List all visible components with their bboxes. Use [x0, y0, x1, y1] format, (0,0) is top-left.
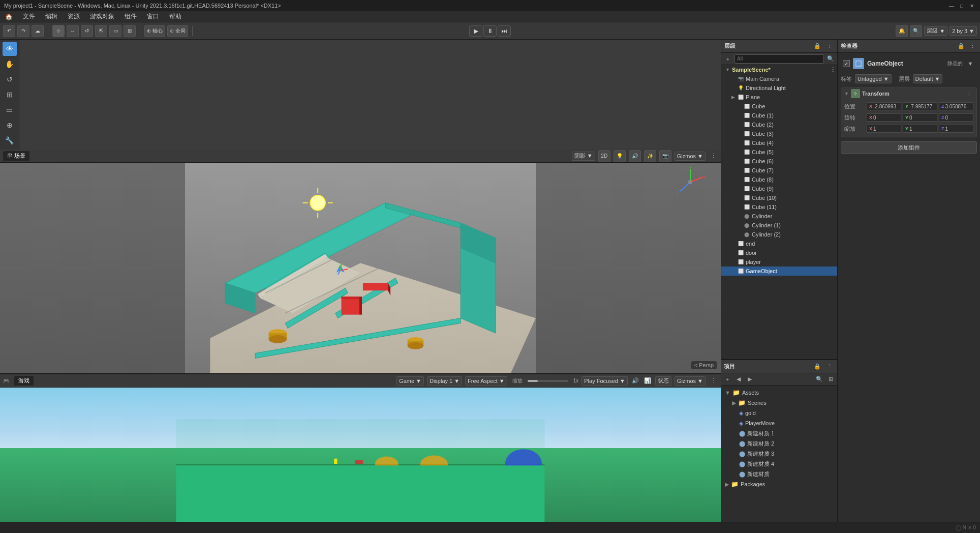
- project-add-btn[interactable]: +: [723, 375, 732, 384]
- left-custom-icon[interactable]: 🔧: [3, 133, 17, 147]
- hierarchy-dir-light[interactable]: 💡 Directional Light: [721, 83, 837, 93]
- toolbar-layout-dropdown[interactable]: 2 by 3▼: [950, 26, 977, 36]
- step-button[interactable]: ⏭: [498, 25, 511, 37]
- left-rotate-icon[interactable]: ↺: [3, 72, 17, 86]
- hierarchy-main-camera[interactable]: 📷 Main Camera: [721, 74, 837, 83]
- project-packages-folder[interactable]: ▶ 📁 Packages: [723, 479, 835, 489]
- scale-x-value[interactable]: X 1: [867, 125, 901, 133]
- hierarchy-more-btn[interactable]: ⋮: [825, 42, 834, 51]
- game-scale-slider[interactable]: [528, 380, 568, 382]
- scene-effects-btn[interactable]: ✨: [644, 150, 656, 162]
- menu-item-help[interactable]: 帮助: [167, 11, 183, 22]
- hierarchy-player[interactable]: ⬜ player: [721, 257, 837, 266]
- toolbar-undo[interactable]: ↶: [3, 25, 15, 37]
- hierarchy-lock-btn[interactable]: 🔒: [813, 42, 822, 51]
- inspector-active-checkbox[interactable]: ✓: [843, 60, 850, 67]
- scene-2d-btn[interactable]: 2D: [598, 150, 610, 162]
- hierarchy-scene-more[interactable]: ⋮: [828, 65, 837, 74]
- game-tab[interactable]: 游戏: [14, 376, 34, 386]
- toolbar-pivot[interactable]: ⊕ 轴心: [144, 25, 165, 37]
- toolbar-cloud2[interactable]: 🔍: [910, 25, 922, 37]
- project-mat-default[interactable]: ⬤ 新建材质: [723, 469, 835, 479]
- hierarchy-end[interactable]: ⬜ end: [721, 239, 837, 248]
- project-mat1[interactable]: ⬤ 新建材质 1: [723, 428, 835, 438]
- toolbar-rect-t[interactable]: ▭: [109, 25, 121, 37]
- hierarchy-cube[interactable]: ⬜ Cube: [721, 102, 837, 111]
- toolbar-rotate-e[interactable]: ↺: [81, 25, 93, 37]
- toolbar-move-q[interactable]: ⊹: [52, 25, 65, 37]
- transform-more-btn[interactable]: ⋮: [964, 89, 973, 98]
- toolbar-collab[interactable]: 🔔: [896, 25, 908, 37]
- play-button[interactable]: ▶: [469, 25, 482, 37]
- scene-camera-btn[interactable]: 📷: [659, 150, 671, 162]
- rotation-z-value[interactable]: Z 0: [939, 113, 973, 122]
- project-lock-btn[interactable]: 🔒: [813, 362, 822, 371]
- project-forward-btn[interactable]: ▶: [745, 375, 754, 384]
- game-more-btn[interactable]: ⋮: [709, 376, 718, 386]
- game-gizmos-btn[interactable]: Gizmos▼: [675, 376, 706, 386]
- project-scenes-folder[interactable]: ▶ 📁 Scenes: [723, 398, 835, 408]
- scene-gizmo[interactable]: X Y Z: [675, 167, 706, 197]
- maximize-button[interactable]: □: [958, 2, 966, 10]
- pause-button[interactable]: ⏸: [483, 25, 497, 37]
- left-eye-icon[interactable]: 👁: [3, 42, 17, 56]
- scene-gizmos-btn[interactable]: Gizmos ▼: [675, 152, 706, 161]
- project-more-btn[interactable]: ⋮: [825, 362, 834, 371]
- project-mat2[interactable]: ⬤ 新建材质 2: [723, 438, 835, 449]
- hierarchy-cube4[interactable]: ⬜ Cube (4): [721, 138, 837, 147]
- transform-component-header[interactable]: ▼ ⊹ Transform ⋮: [841, 88, 976, 99]
- hierarchy-cube2[interactable]: ⬜ Cube (2): [721, 120, 837, 129]
- hierarchy-cube10[interactable]: ⬜ Cube (10): [721, 193, 837, 202]
- hierarchy-add-btn[interactable]: +: [723, 54, 732, 64]
- toolbar-move-w[interactable]: ↔: [67, 25, 79, 37]
- game-stats-btn[interactable]: 📊: [643, 376, 652, 386]
- game-audio-btn[interactable]: 🔊: [631, 376, 640, 386]
- inspector-static-arrow[interactable]: ▼: [966, 59, 975, 68]
- hierarchy-search-input[interactable]: [734, 54, 824, 64]
- menu-item-gameobject[interactable]: 游戏对象: [88, 11, 116, 22]
- game-game-dropdown[interactable]: Game▼: [396, 376, 424, 386]
- menu-item-window[interactable]: 窗口: [145, 11, 161, 22]
- left-move-icon[interactable]: ✋: [3, 57, 17, 71]
- add-component-button[interactable]: 添加组件: [841, 141, 977, 154]
- toolbar-scale-r[interactable]: ⇱: [95, 25, 107, 37]
- scene-tab[interactable]: 串 场景: [3, 151, 29, 161]
- rotation-y-value[interactable]: Y 0: [903, 113, 937, 122]
- hierarchy-cube11[interactable]: ⬜ Cube (11): [721, 202, 837, 212]
- scene-lighting-btn[interactable]: 💡: [614, 150, 626, 162]
- scale-y-value[interactable]: Y 1: [903, 125, 937, 133]
- layer-dropdown[interactable]: Default▼: [913, 74, 943, 83]
- hierarchy-cylinder[interactable]: ⬤ Cylinder: [721, 212, 837, 221]
- toolbar-cloud[interactable]: ☁: [32, 25, 44, 37]
- scene-3d-view[interactable]: X Y Z < Persp: [0, 163, 721, 373]
- hierarchy-cube7[interactable]: ⬜ Cube (7): [721, 166, 837, 175]
- scene-shading-dropdown[interactable]: 阴影 ▼: [572, 152, 595, 161]
- left-scale-icon[interactable]: ⊞: [3, 87, 17, 102]
- close-button[interactable]: ✕: [968, 2, 976, 10]
- game-status-btn[interactable]: 状态: [655, 376, 671, 386]
- project-mat4[interactable]: ⬤ 新建材质 4: [723, 459, 835, 469]
- game-display-dropdown[interactable]: Display 1▼: [427, 376, 462, 386]
- hierarchy-cube6[interactable]: ⬜ Cube (6): [721, 157, 837, 166]
- inspector-lock-btn[interactable]: 🔒: [957, 42, 966, 51]
- left-all-icon[interactable]: ⊕: [3, 118, 17, 132]
- hierarchy-plane[interactable]: ▶ ⬜ Plane: [721, 93, 837, 102]
- project-layout-btn[interactable]: ⊞: [826, 375, 835, 384]
- hierarchy-cube8[interactable]: ⬜ Cube (8): [721, 175, 837, 184]
- hierarchy-cube5[interactable]: ⬜ Cube (5): [721, 147, 837, 157]
- left-rect-icon[interactable]: ▭: [3, 103, 17, 117]
- tag-dropdown[interactable]: Untagged▼: [855, 74, 892, 83]
- hierarchy-door[interactable]: ⬜ door: [721, 248, 837, 257]
- rotation-x-value[interactable]: X 0: [867, 113, 901, 122]
- menu-item-component[interactable]: 组件: [122, 11, 139, 22]
- toolbar-global[interactable]: ⊙ 全局: [167, 25, 188, 37]
- inspector-more-btn[interactable]: ⋮: [968, 42, 977, 51]
- project-back-btn[interactable]: ◀: [734, 375, 743, 384]
- game-3d-view[interactable]: [0, 388, 721, 522]
- hierarchy-cube9[interactable]: ⬜ Cube (9): [721, 184, 837, 193]
- project-gold[interactable]: ◈ gold: [723, 408, 835, 418]
- menu-item-file[interactable]: 文件: [21, 11, 37, 22]
- hierarchy-scene-root[interactable]: ▼ SampleScene* ⋮: [721, 65, 837, 74]
- inspector-obj-name[interactable]: GameObject: [867, 60, 944, 67]
- project-mat3[interactable]: ⬤ 新建材质 3: [723, 449, 835, 459]
